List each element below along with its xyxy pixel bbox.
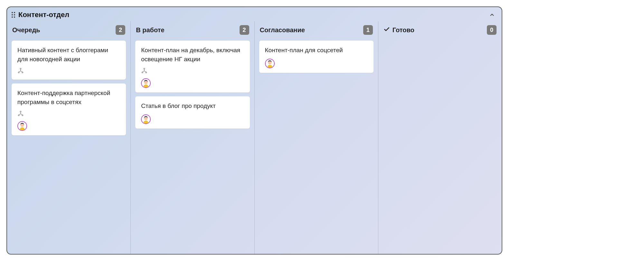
column-count-badge: 1 bbox=[363, 25, 373, 35]
column-count-badge: 2 bbox=[240, 25, 249, 35]
board-header: Контент-отдел bbox=[7, 7, 502, 21]
svg-line-18 bbox=[143, 71, 144, 72]
column-title: Готово bbox=[393, 26, 487, 34]
assignee-avatar[interactable] bbox=[141, 78, 151, 88]
column-title: В работе bbox=[136, 26, 239, 34]
task-card-meta bbox=[265, 59, 368, 68]
column: Согласование1Контент-план для соцсетей bbox=[255, 21, 378, 254]
chevron-up-icon bbox=[489, 12, 495, 18]
task-card-title: Контент-поддержка партнерской программы … bbox=[17, 89, 120, 106]
task-card-meta bbox=[141, 67, 244, 88]
task-card[interactable]: Контент-план для соцсетей bbox=[259, 41, 374, 73]
kanban-board: Контент-отдел Очередь2Нативный контент с… bbox=[6, 6, 502, 255]
column-header[interactable]: Очередь2 bbox=[12, 24, 126, 36]
task-card-title: Контент-план для соцсетей bbox=[265, 46, 368, 55]
task-card[interactable]: Нативный контент с блоггерами для нового… bbox=[12, 41, 126, 80]
svg-line-4 bbox=[19, 71, 21, 72]
column-header[interactable]: Готово0 bbox=[383, 24, 497, 36]
task-card-title: Нативный контент с блоггерами для нового… bbox=[17, 46, 120, 63]
task-card[interactable]: Контент-план на декабрь, включая освещен… bbox=[135, 41, 250, 92]
column: Готово0 bbox=[378, 21, 502, 254]
task-card[interactable]: Статья в блог про продукт bbox=[135, 96, 250, 129]
column-header[interactable]: Согласование1 bbox=[259, 24, 374, 36]
task-card-meta bbox=[17, 67, 120, 75]
assignee-avatar[interactable] bbox=[141, 114, 151, 124]
column: Очередь2Нативный контент с блоггерами дл… bbox=[7, 21, 131, 254]
assignee-avatar[interactable] bbox=[265, 59, 275, 68]
column-title: Очередь bbox=[12, 26, 116, 34]
svg-line-19 bbox=[144, 71, 146, 72]
columns-container: Очередь2Нативный контент с блоггерами дл… bbox=[7, 21, 502, 254]
subtasks-icon bbox=[17, 110, 120, 118]
column-count-badge: 0 bbox=[487, 25, 497, 35]
collapse-button[interactable] bbox=[488, 10, 497, 19]
drag-handle-icon[interactable] bbox=[12, 12, 15, 18]
subtasks-icon bbox=[17, 67, 120, 75]
task-card-title: Статья в блог про продукт bbox=[141, 102, 244, 111]
column-count-badge: 2 bbox=[116, 25, 125, 35]
column: В работе2Контент-план на декабрь, включа… bbox=[131, 21, 254, 254]
svg-line-10 bbox=[19, 114, 21, 115]
task-card-meta bbox=[141, 114, 244, 124]
assignee-avatar[interactable] bbox=[17, 121, 27, 131]
task-card-meta bbox=[17, 110, 120, 131]
svg-line-11 bbox=[21, 114, 22, 115]
task-card[interactable]: Контент-поддержка партнерской программы … bbox=[12, 83, 126, 135]
column-title: Согласование bbox=[260, 26, 363, 34]
column-header[interactable]: В работе2 bbox=[135, 24, 250, 36]
task-card-title: Контент-план на декабрь, включая освещен… bbox=[141, 46, 244, 63]
subtasks-icon bbox=[141, 67, 244, 75]
board-title: Контент-отдел bbox=[18, 11, 488, 19]
check-icon bbox=[384, 26, 390, 34]
svg-line-5 bbox=[21, 71, 22, 72]
